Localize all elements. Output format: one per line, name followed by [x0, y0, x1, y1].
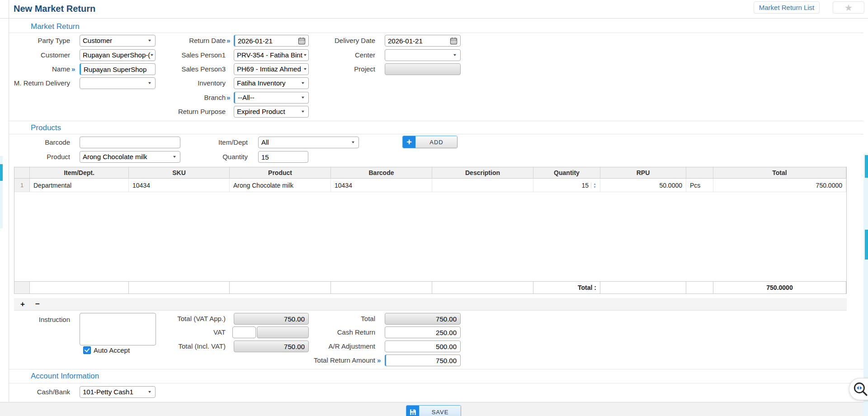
- total-return-amount-input[interactable]: [385, 355, 461, 366]
- sales-person1-label: Sales Person1: [161, 49, 226, 61]
- page-left-border: [9, 0, 9, 416]
- party-type-select[interactable]: Customer: [80, 35, 156, 47]
- cell-sku: 10434: [129, 179, 230, 192]
- total-vat-app-label: Total (VAT App.): [161, 313, 226, 325]
- cell-barcode: 10434: [331, 179, 432, 192]
- customer-value: Rupayan SuperShop-(: [83, 50, 155, 61]
- cell-product: Arong Chocolate milk: [230, 179, 331, 192]
- instruction-label: Instruction: [9, 314, 70, 326]
- market-return-list-label: Market Return List: [759, 4, 815, 11]
- branch-value: --All--: [238, 92, 301, 103]
- column-header-rpu: RPU: [600, 167, 686, 178]
- sales-person3-select[interactable]: PH69 - Imtiaz Ahmed: [234, 63, 309, 75]
- remove-row-button[interactable]: −: [35, 298, 40, 310]
- section-divider: [9, 383, 863, 383]
- footer-cell: [432, 282, 533, 293]
- item-dept-select[interactable]: All: [258, 137, 359, 148]
- section-divider: [9, 134, 863, 134]
- sales-person1-select[interactable]: PRV-354 - Fatiha Bint: [234, 49, 309, 61]
- delivery-date-input[interactable]: [385, 35, 461, 47]
- save-button[interactable]: SAVE: [406, 405, 461, 416]
- delivery-date-label: Delivery Date: [298, 35, 375, 47]
- column-header-unit: [686, 167, 713, 178]
- total-incl-vat-field: 750.00: [234, 340, 309, 352]
- party-type-label: Party Type: [9, 35, 70, 47]
- page-title: New Market Return: [14, 4, 95, 14]
- table-footer-row: Total : 750.0000: [14, 281, 846, 293]
- ar-adjustment-input[interactable]: [385, 340, 461, 352]
- name-required-chevron-icon: [71, 63, 79, 75]
- auto-accept-label: Auto Accept: [94, 346, 130, 354]
- name-input[interactable]: [80, 63, 156, 75]
- right-scroll-thumb[interactable]: [865, 230, 868, 260]
- cell-quantity: 15: [533, 179, 600, 192]
- calendar-icon[interactable]: [450, 37, 458, 45]
- auto-accept-checkbox[interactable]: [83, 346, 91, 354]
- quantity-input[interactable]: [258, 151, 308, 163]
- right-scroll-track[interactable]: [863, 154, 868, 416]
- sales-person3-value: PH69 - Imtiaz Ahmed: [237, 64, 308, 75]
- total-return-amount-label: Total Return Amount: [298, 355, 375, 366]
- column-header-barcode: Barcode: [331, 167, 432, 178]
- column-header-sku: SKU: [129, 167, 230, 178]
- instruction-textarea[interactable]: [80, 313, 156, 345]
- footer-cell: [686, 282, 713, 293]
- total-return-amount-required-chevron-icon: [377, 355, 384, 366]
- section-divider: [9, 33, 863, 33]
- row-actions-strip: + −: [14, 298, 847, 311]
- cash-bank-value: 101-Petty Cash1: [83, 387, 148, 397]
- return-date-required-chevron-icon: [226, 35, 234, 47]
- plus-icon: [403, 136, 415, 148]
- customer-select[interactable]: Rupayan SuperShop-(: [80, 49, 156, 61]
- footer-cell: [600, 282, 686, 293]
- add-button[interactable]: ADD: [402, 136, 458, 148]
- section-divider: [9, 121, 863, 121]
- total-field: 750.00: [385, 313, 461, 325]
- footer-cell: [129, 282, 230, 293]
- column-header-item-dept: Item/Dept.: [30, 167, 129, 178]
- star-icon: [844, 3, 853, 12]
- vat-label: VAT: [161, 326, 226, 338]
- m-return-delivery-select[interactable]: [80, 77, 156, 89]
- right-scroll-thumb[interactable]: [865, 155, 868, 178]
- footer-total-label: Total :: [533, 282, 600, 293]
- project-label: Project: [298, 63, 375, 75]
- return-purpose-label: Return Purpose: [161, 106, 226, 118]
- branch-required-chevron-icon: [226, 92, 234, 104]
- left-scroll-thumb[interactable]: [0, 164, 3, 181]
- add-row-button[interactable]: +: [20, 298, 25, 310]
- header-divider: [0, 18, 868, 19]
- m-return-delivery-label: M. Return Delivery: [9, 77, 70, 89]
- product-select[interactable]: Arong Chocolate milk: [80, 151, 180, 163]
- footer-cell: [30, 282, 129, 293]
- item-dept-value: All: [261, 137, 351, 148]
- save-disk-icon: [406, 406, 419, 416]
- section-divider: [9, 369, 863, 369]
- cell-rpu: 50.0000: [600, 179, 686, 192]
- center-label: Center: [298, 49, 375, 61]
- total-vat-app-field: 750.00: [234, 313, 309, 325]
- zoom-widget-button[interactable]: [849, 378, 868, 400]
- sales-person1-value: PRV-354 - Fatiha Bint: [237, 50, 308, 61]
- branch-select[interactable]: --All--: [234, 92, 309, 104]
- section-title-market-return: Market Return: [31, 22, 80, 31]
- table-row[interactable]: 1 Departmental 10434 Arong Chocolate mil…: [14, 179, 846, 192]
- cash-bank-select[interactable]: 101-Petty Cash1: [80, 386, 156, 398]
- barcode-input[interactable]: [80, 137, 180, 148]
- return-purpose-value: Expired Product: [237, 106, 301, 117]
- total-value: 750.00: [436, 315, 457, 323]
- add-button-label: ADD: [415, 136, 457, 148]
- sales-person3-label: Sales Person3: [161, 63, 226, 75]
- market-return-list-button[interactable]: Market Return List: [754, 1, 820, 14]
- cash-return-input[interactable]: [385, 326, 461, 338]
- quantity-spinner-icon[interactable]: [591, 182, 596, 189]
- product-label: Product: [9, 151, 70, 163]
- return-purpose-select[interactable]: Expired Product: [234, 106, 309, 118]
- inventory-select[interactable]: Fatiha Inventory: [234, 77, 309, 89]
- return-date-label: Return Date: [161, 35, 226, 47]
- vat-input[interactable]: [232, 326, 256, 338]
- cell-unit: Pcs: [686, 179, 713, 192]
- center-select[interactable]: [385, 49, 461, 61]
- favorite-button[interactable]: [833, 1, 864, 14]
- section-title-account-information: Account Information: [31, 372, 99, 381]
